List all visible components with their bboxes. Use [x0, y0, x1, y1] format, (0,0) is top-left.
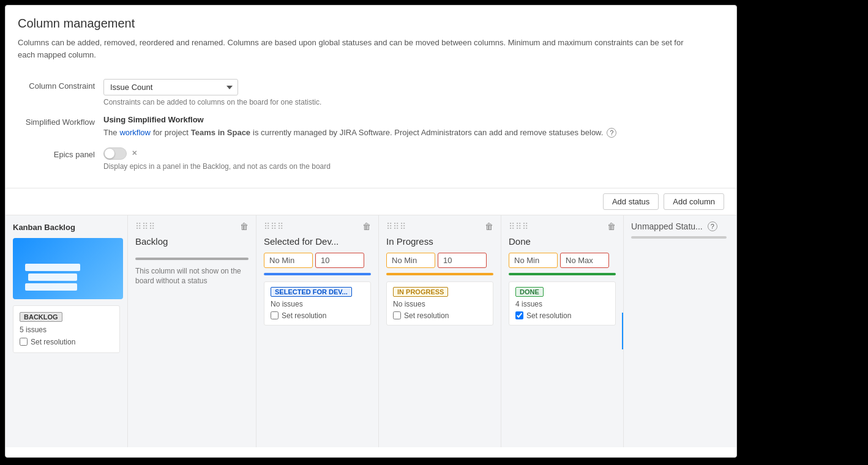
in-progress-badge: IN PROGRESS [393, 287, 448, 297]
done-resolution-label: Set resolution [526, 311, 571, 320]
constraint-hint: Constraints can be added to columns on t… [103, 98, 724, 106]
backlog-no-status: This column will not show on the board w… [135, 266, 249, 287]
selected-min-input[interactable] [264, 253, 313, 268]
selected-status-card: SELECTED FOR DEV... No issues Set resolu… [264, 281, 371, 326]
in-progress-divider [386, 273, 493, 275]
unmapped-help-icon[interactable]: ? [708, 221, 717, 231]
backlog-divider [135, 258, 249, 260]
selected-resolution-label: Set resolution [282, 311, 326, 320]
add-column-button[interactable]: Add column [664, 193, 724, 210]
workflow-description: The workflow for project Teams in Space … [103, 127, 724, 139]
workflow-help-icon[interactable]: ? [607, 128, 616, 138]
selected-max-input[interactable] [315, 253, 364, 268]
done-max-input[interactable] [560, 253, 609, 268]
column-constraint-select[interactable]: Issue Count Story Points [103, 79, 238, 95]
drag-handle-backlog[interactable]: ⠿⠿⠿ [135, 221, 155, 231]
columns-area: ⠿⠿⠿ 🗑 Backlog This column will not show … [128, 215, 736, 447]
add-status-button[interactable]: Add status [603, 193, 659, 210]
column-selected-name: Selected for Dev... [264, 236, 371, 247]
selected-issues: No issues [271, 300, 364, 308]
page-title: Column management [18, 17, 724, 31]
backlog-issues: 5 issues [20, 326, 113, 334]
delete-done-icon[interactable]: 🗑 [607, 221, 616, 231]
drag-handle-selected[interactable]: ⠿⠿⠿ [264, 221, 284, 231]
epics-hint: Display epics in a panel in the Backlog,… [103, 162, 724, 171]
epics-toggle[interactable] [103, 147, 127, 160]
toggle-thumb [105, 149, 114, 158]
drag-handle-done[interactable]: ⠿⠿⠿ [509, 221, 529, 231]
simplified-workflow-title: Using Simplified Workflow [103, 115, 724, 124]
done-issues: 4 issues [515, 300, 609, 308]
unmapped-title: Unmapped Statu... [631, 221, 703, 231]
kanban-backlog-sidebar: Kanban Backlog BACKLOG 5 issues Set reso… [6, 215, 128, 447]
workflow-text-before: The [103, 127, 117, 139]
column-backlog-name: Backlog [135, 236, 249, 247]
column-in-progress-name: In Progress [386, 236, 493, 247]
selected-resolution-checkbox[interactable] [271, 311, 279, 319]
drag-handle-in-progress[interactable]: ⠿⠿⠿ [386, 221, 406, 231]
in-progress-min-input[interactable] [386, 253, 435, 268]
done-resolution-checkbox[interactable] [515, 311, 523, 319]
unmapped-divider [631, 236, 727, 239]
backlog-set-resolution-checkbox[interactable] [20, 338, 28, 346]
in-progress-resolution-label: Set resolution [404, 311, 449, 320]
unmapped-status-column: Unmapped Statu... ? [624, 215, 734, 447]
simplified-workflow-label: Simplified Workflow [18, 115, 103, 127]
sidebar-title: Kanban Backlog [13, 223, 120, 232]
column-selected-for-dev: ⠿⠿⠿ 🗑 Selected for Dev... SELECTED FOR D… [256, 215, 379, 447]
delete-selected-icon[interactable]: 🗑 [362, 221, 371, 231]
column-backlog: ⠿⠿⠿ 🗑 Backlog This column will not show … [128, 215, 256, 447]
toggle-x-icon: ✕ [132, 149, 137, 157]
workflow-text-middle: for project [153, 127, 189, 139]
blue-line-indicator [622, 313, 623, 349]
column-in-progress: ⠿⠿⠿ 🗑 In Progress IN PROGRESS No issues … [379, 215, 501, 447]
backlog-set-resolution-label: Set resolution [31, 338, 75, 346]
page-description: Columns can be added, removed, reordered… [18, 37, 691, 61]
workflow-project-name: Teams in Space [191, 127, 250, 139]
in-progress-max-input[interactable] [438, 253, 487, 268]
selected-badge: SELECTED FOR DEV... [271, 287, 352, 297]
done-status-card: DONE 4 issues Set resolution [509, 281, 616, 326]
sidebar-illustration [13, 238, 123, 299]
delete-backlog-icon[interactable]: 🗑 [240, 221, 249, 231]
delete-in-progress-icon[interactable]: 🗑 [485, 221, 493, 231]
workflow-link[interactable]: workflow [119, 127, 151, 139]
backlog-badge: BACKLOG [20, 312, 62, 322]
in-progress-status-card: IN PROGRESS No issues Set resolution [386, 281, 493, 326]
column-done: ⠿⠿⠿ 🗑 Done DONE 4 issues Set resolution [501, 215, 624, 447]
column-done-name: Done [509, 236, 616, 247]
backlog-card: BACKLOG 5 issues Set resolution [13, 305, 120, 353]
done-divider [509, 273, 616, 275]
done-badge: DONE [515, 287, 544, 297]
in-progress-issues: No issues [393, 300, 487, 308]
selected-divider [264, 273, 371, 275]
in-progress-resolution-checkbox[interactable] [393, 311, 401, 319]
workflow-text-after: is currently managed by JIRA Software. P… [253, 127, 603, 139]
column-constraint-label: Column Constraint [18, 79, 103, 91]
epics-panel-label: Epics panel [18, 147, 103, 159]
done-min-input[interactable] [509, 253, 558, 268]
